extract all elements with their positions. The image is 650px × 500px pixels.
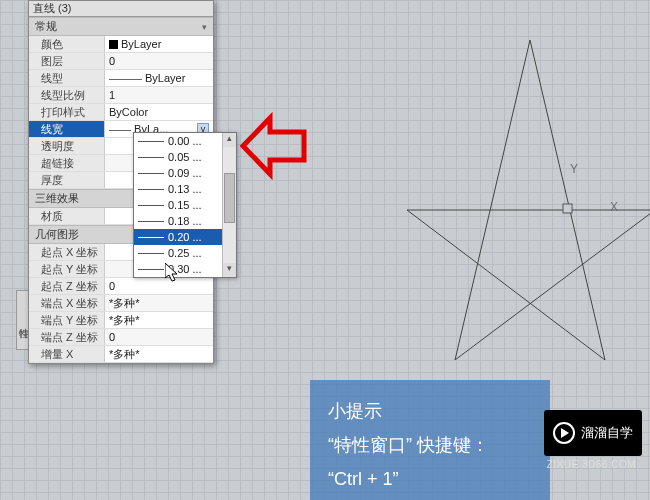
dropdown-item[interactable]: 0.05 ... xyxy=(134,149,236,165)
prop-value[interactable]: 0 xyxy=(105,53,213,69)
prop-label: 起点 X 坐标 xyxy=(29,244,105,260)
prop-label: 端点 X 坐标 xyxy=(29,295,105,311)
prop-row: 端点 X 坐标*多种* xyxy=(29,295,213,312)
dropdown-item[interactable]: 0.13 ... xyxy=(134,181,236,197)
prop-label: 超链接 xyxy=(29,155,105,171)
watermark-logo: 溜溜自学 xyxy=(544,410,642,456)
prop-row: 图层0 xyxy=(29,53,213,70)
prop-row: 线型比例1 xyxy=(29,87,213,104)
dropdown-item[interactable]: 0.09 ... xyxy=(134,165,236,181)
prop-value[interactable]: ByLayer xyxy=(105,36,213,52)
scroll-up-icon[interactable]: ▴ xyxy=(223,133,236,147)
prop-label: 颜色 xyxy=(29,36,105,52)
prop-value[interactable]: *多种* xyxy=(105,295,213,311)
prop-row: 颜色ByLayer xyxy=(29,36,213,53)
prop-label: 线型 xyxy=(29,70,105,86)
prop-label: 端点 Y 坐标 xyxy=(29,312,105,328)
prop-label: 线型比例 xyxy=(29,87,105,103)
dropdown-item[interactable]: 0.15 ... xyxy=(134,197,236,213)
prop-value[interactable]: ———ByLayer xyxy=(105,70,213,86)
prop-label: 线宽 xyxy=(29,121,105,137)
panel-title: 直线 (3) xyxy=(33,1,72,16)
tip-overlay: 小提示 “特性窗口” 快捷键： “Ctrl + 1” xyxy=(310,380,550,500)
properties-panel: 直线 (3) 常规 颜色ByLayer 图层0 线型———ByLayer 线型比… xyxy=(28,0,214,364)
prop-label: 厚度 xyxy=(29,172,105,188)
svg-line-2 xyxy=(455,210,650,360)
axis-x-label: X xyxy=(610,200,618,214)
tip-title: 小提示 xyxy=(328,394,532,428)
lineweight-dropdown[interactable]: 0.00 ... 0.05 ... 0.09 ... 0.13 ... 0.15… xyxy=(133,132,237,278)
prop-label: 起点 Z 坐标 xyxy=(29,278,105,294)
prop-value[interactable]: *多种* xyxy=(105,312,213,328)
color-swatch-icon xyxy=(109,40,118,49)
prop-row: 增量 X*多种* xyxy=(29,346,213,363)
star-drawing xyxy=(395,20,650,360)
panel-header: 直线 (3) xyxy=(29,1,213,17)
dropdown-item[interactable]: 0.18 ... xyxy=(134,213,236,229)
dropdown-item[interactable]: 0.25 ... xyxy=(134,245,236,261)
dropdown-scrollbar[interactable]: ▴ ▾ xyxy=(222,133,236,277)
dropdown-item[interactable]: 0.20 ... xyxy=(134,229,236,245)
prop-label: 打印样式 xyxy=(29,104,105,120)
tip-line: “Ctrl + 1” xyxy=(328,462,532,496)
prop-label: 端点 Z 坐标 xyxy=(29,329,105,345)
prop-label: 材质 xyxy=(29,208,105,224)
prop-row: 起点 Z 坐标0 xyxy=(29,278,213,295)
dropdown-item[interactable]: 0.00 ... xyxy=(134,133,236,149)
watermark-text: 溜溜自学 xyxy=(581,424,633,442)
scroll-down-icon[interactable]: ▾ xyxy=(223,263,236,277)
prop-value[interactable]: 0 xyxy=(105,278,213,294)
prop-row: 端点 Y 坐标*多种* xyxy=(29,312,213,329)
prop-value[interactable]: 1 xyxy=(105,87,213,103)
prop-value[interactable]: ByColor xyxy=(105,104,213,120)
dropdown-item[interactable]: 0.30 ... xyxy=(134,261,236,277)
svg-marker-5 xyxy=(243,118,304,174)
axis-y-label: Y xyxy=(570,162,578,176)
play-icon xyxy=(553,422,575,444)
prop-label: 图层 xyxy=(29,53,105,69)
scroll-thumb[interactable] xyxy=(224,173,235,223)
watermark-subtext: ZIXUE.3D66.COM xyxy=(547,459,636,470)
prop-label: 起点 Y 坐标 xyxy=(29,261,105,277)
red-callout-arrow xyxy=(240,106,310,186)
tip-line: “特性窗口” 快捷键： xyxy=(328,428,532,462)
prop-row: 打印样式ByColor xyxy=(29,104,213,121)
prop-value[interactable]: 0 xyxy=(105,329,213,345)
prop-row: 端点 Z 坐标0 xyxy=(29,329,213,346)
selection-grip[interactable] xyxy=(563,204,572,213)
prop-value[interactable]: *多种* xyxy=(105,346,213,362)
prop-label: 透明度 xyxy=(29,138,105,154)
section-header-general[interactable]: 常规 xyxy=(29,17,213,36)
prop-label: 增量 X xyxy=(29,346,105,362)
prop-row: 线型———ByLayer xyxy=(29,70,213,87)
